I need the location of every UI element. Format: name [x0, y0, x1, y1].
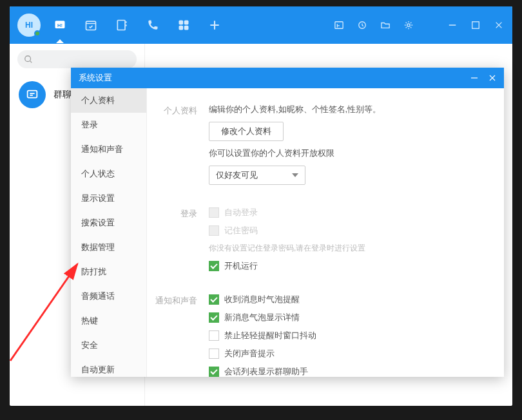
mute-sound-checkbox[interactable] [209, 348, 219, 359]
sidebar-item-dnd[interactable]: 防打扰 [71, 260, 146, 284]
sidebar-item-search[interactable]: 搜索设置 [71, 211, 146, 235]
sidebar-item-hotkey[interactable]: 热键 [71, 309, 146, 333]
svg-point-12 [407, 24, 410, 26]
minimize-button[interactable] [447, 19, 458, 31]
close-button[interactable] [493, 19, 505, 31]
no-shake-label: 禁止轻轻提醒时窗口抖动 [224, 330, 316, 341]
svg-rect-2 [86, 21, 96, 30]
folder-icon[interactable] [380, 19, 391, 31]
remember-pwd-checkbox [209, 225, 219, 236]
group-assistant-checkbox[interactable] [209, 367, 219, 377]
svg-rect-13 [472, 22, 479, 29]
add-tab-icon[interactable] [208, 19, 221, 32]
start-on-boot-label: 开机运行 [224, 260, 258, 272]
privacy-desc: 你可以设置你的个人资料开放权限 [209, 148, 334, 159]
privacy-select[interactable]: 仅好友可见 [209, 166, 305, 185]
dialog-title: 系统设置 [79, 72, 112, 84]
section-login: 登录 自动登录 记住密码 你没有设置记住登录密码,请在登录时进行设置 开机运行 [147, 203, 504, 290]
svg-rect-10 [335, 22, 343, 29]
remember-pwd-label: 记住密码 [224, 225, 258, 236]
bubble-detail-checkbox[interactable] [209, 312, 219, 323]
chevron-down-icon [292, 173, 298, 177]
sidebar-item-audio[interactable]: 音频通话 [71, 284, 146, 309]
dialog-close-button[interactable] [488, 74, 496, 82]
svg-rect-8 [179, 26, 184, 30]
avatar-text: HI [25, 21, 33, 30]
auto-login-label: 自动登录 [224, 207, 258, 218]
search-icon [24, 55, 33, 64]
online-status-dot [34, 30, 41, 37]
settings-dialog: 系统设置 个人资料 登录 通知和声音 个人状态 显示设置 搜索设置 数据管理 防… [71, 68, 504, 377]
screenshot-icon[interactable] [333, 19, 345, 31]
svg-point-14 [25, 56, 31, 62]
dialog-minimize-button[interactable] [470, 74, 478, 82]
conversation-name: 群聊 [53, 89, 72, 100]
section-notify: 通知和声音 收到消息时气泡提醒 新消息气泡显示详情 禁止轻轻提醒时窗口抖动 关闭… [147, 290, 504, 377]
bubble-notify-checkbox[interactable] [209, 294, 219, 305]
group-chat-avatar-icon [19, 81, 46, 108]
svg-rect-3 [117, 21, 125, 30]
bubble-notify-label: 收到消息时气泡提醒 [224, 294, 300, 305]
section-title-login: 登录 [147, 207, 209, 278]
settings-icon[interactable] [403, 19, 414, 31]
dialog-body: 个人资料 登录 通知和声音 个人状态 显示设置 搜索设置 数据管理 防打扰 音频… [71, 88, 504, 377]
nav-tabs: H! [53, 19, 221, 32]
privacy-select-value: 仅好友可见 [216, 169, 258, 181]
sidebar-item-security[interactable]: 安全 [71, 333, 146, 358]
profile-desc: 编辑你的个人资料,如昵称、个性签名,性别等。 [209, 104, 381, 115]
maximize-button[interactable] [470, 19, 481, 31]
svg-rect-7 [184, 21, 189, 25]
dialog-titlebar: 系统设置 [71, 68, 504, 88]
edit-profile-button[interactable]: 修改个人资料 [209, 122, 284, 141]
user-avatar[interactable]: HI [17, 14, 41, 37]
no-shake-checkbox[interactable] [209, 330, 219, 341]
apps-tab-icon[interactable] [177, 19, 190, 32]
sidebar-item-login[interactable]: 登录 [71, 113, 146, 137]
history-icon[interactable] [356, 19, 368, 31]
login-hint: 你没有设置记住登录密码,请在登录时进行设置 [209, 243, 365, 254]
sidebar-item-status[interactable]: 个人状态 [71, 162, 146, 186]
auto-login-checkbox [209, 207, 219, 218]
settings-sidebar: 个人资料 登录 通知和声音 个人状态 显示设置 搜索设置 数据管理 防打扰 音频… [71, 88, 147, 377]
svg-rect-6 [179, 21, 184, 25]
group-assistant-label: 会话列表显示群聊助手 [224, 366, 308, 377]
section-title-notify: 通知和声音 [147, 294, 209, 377]
call-tab-icon[interactable] [146, 19, 159, 32]
svg-rect-9 [184, 26, 189, 30]
calendar-tab-icon[interactable] [84, 19, 97, 32]
section-title-profile: 个人资料 [147, 104, 209, 191]
active-tab-marker [56, 39, 64, 43]
svg-rect-5 [126, 24, 127, 26]
start-on-boot-checkbox[interactable] [209, 261, 219, 271]
sidebar-item-update[interactable]: 自动更新 [71, 358, 146, 377]
settings-content: 个人资料 编辑你的个人资料,如昵称、个性签名,性别等。 修改个人资料 你可以设置… [147, 88, 504, 377]
svg-text:H!: H! [57, 23, 63, 28]
sidebar-item-data[interactable]: 数据管理 [71, 235, 146, 260]
search-input[interactable] [17, 50, 137, 68]
section-profile: 个人资料 编辑你的个人资料,如昵称、个性签名,性别等。 修改个人资料 你可以设置… [147, 100, 504, 203]
svg-rect-4 [126, 21, 127, 23]
mute-sound-label: 关闭声音提示 [224, 348, 275, 359]
window-controls [333, 19, 505, 31]
titlebar: HI H! [10, 6, 512, 44]
sidebar-item-profile[interactable]: 个人资料 [71, 88, 146, 113]
bubble-detail-label: 新消息气泡显示详情 [224, 312, 300, 323]
chat-tab-icon[interactable]: H! [53, 19, 66, 32]
sidebar-item-notify[interactable]: 通知和声音 [71, 137, 146, 162]
sidebar-item-display[interactable]: 显示设置 [71, 186, 146, 211]
contacts-tab-icon[interactable] [115, 19, 128, 32]
